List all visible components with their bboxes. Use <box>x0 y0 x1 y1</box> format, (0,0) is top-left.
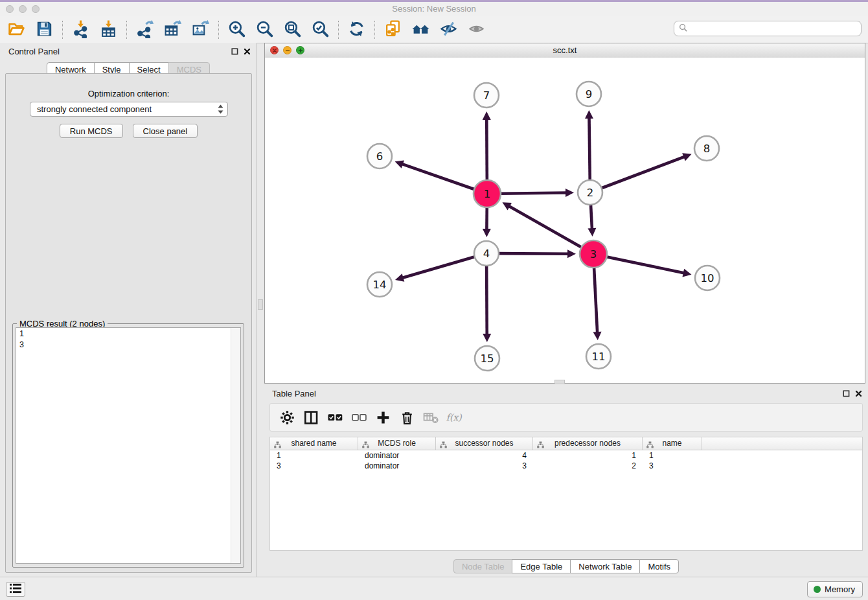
add-icon[interactable] <box>374 408 392 427</box>
node-label-6: 6 <box>376 150 383 163</box>
column-label: MCDS role <box>378 439 416 448</box>
zoom-in-button[interactable] <box>223 19 251 40</box>
table-tab-node-table[interactable]: Node Table <box>453 559 513 573</box>
export-table-icon <box>163 19 182 40</box>
memory-label: Memory <box>825 584 855 594</box>
columns-icon[interactable] <box>302 408 320 427</box>
table-body: 1dominator4113dominator323 <box>270 450 862 471</box>
select-all-icon[interactable] <box>326 408 344 427</box>
edge-arrow-1-2 <box>565 189 574 197</box>
table-row[interactable]: 1dominator411 <box>270 450 862 461</box>
table-panel-tabs: Node TableEdge TableNetwork TableMotifs <box>264 559 868 573</box>
network-canvas[interactable]: 1234678910111415 <box>265 58 865 383</box>
table-cell: 1 <box>533 450 643 461</box>
hide-panel-icon <box>439 19 458 40</box>
edge-1-7[interactable] <box>486 119 487 181</box>
edge-1-2[interactable] <box>499 192 567 193</box>
import-table-button[interactable] <box>95 19 122 40</box>
table-cell: dominator <box>358 450 436 461</box>
criterion-select[interactable]: strongly connected component <box>30 102 228 117</box>
zoom-out-button[interactable] <box>251 19 279 40</box>
node-label-15: 15 <box>481 352 494 365</box>
table-cell: 2 <box>533 461 643 471</box>
edge-4-14[interactable] <box>402 257 476 278</box>
float-table-panel-icon[interactable] <box>843 390 850 397</box>
export-table-button[interactable] <box>159 19 187 40</box>
node-label-8: 8 <box>703 143 711 155</box>
node-label-10: 10 <box>701 272 714 284</box>
table-tab-network-table[interactable]: Network Table <box>570 559 640 573</box>
table-tab-motifs[interactable]: Motifs <box>639 559 679 573</box>
memory-button[interactable]: Memory <box>807 581 863 597</box>
close-panel-icon[interactable] <box>244 48 251 55</box>
column-header[interactable]: shared name <box>270 437 358 450</box>
open-folder-button[interactable] <box>3 19 30 40</box>
search-box[interactable] <box>674 21 862 36</box>
column-label: predecessor nodes <box>554 439 621 448</box>
export-network-button[interactable] <box>131 19 159 40</box>
edge-1-6[interactable] <box>402 164 475 190</box>
edge-3-1[interactable] <box>508 206 582 248</box>
table-cell: 3 <box>643 461 702 471</box>
table-row[interactable]: 3dominator323 <box>270 461 862 471</box>
trash-icon[interactable] <box>398 408 416 427</box>
mcds-result-text[interactable]: 1 3 <box>16 327 241 564</box>
edge-4-3[interactable] <box>497 253 569 254</box>
clone-network-icon <box>383 19 402 40</box>
open-folder-icon <box>7 19 26 40</box>
control-panel: Control Panel NetworkStyleSelectMCDS Opt… <box>0 43 257 577</box>
edge-2-3[interactable] <box>591 203 592 229</box>
network-view-window: scc.txt 1234678910111415 <box>264 43 865 384</box>
horizontal-splitter-handle[interactable] <box>554 380 565 384</box>
column-header[interactable]: name <box>643 437 702 450</box>
mcds-tab-content: Optimization criterion: strongly connect… <box>5 73 252 573</box>
sort-icon <box>362 440 369 452</box>
table-tab-edge-table[interactable]: Edge Table <box>512 559 571 573</box>
window-minimize-button[interactable] <box>19 5 27 13</box>
edge-3-11[interactable] <box>594 266 597 333</box>
hide-panel-button[interactable] <box>435 19 463 40</box>
network-minimize-button[interactable] <box>283 46 291 54</box>
close-panel-button[interactable]: Close panel <box>133 124 198 138</box>
result-scrollbar[interactable] <box>231 328 240 563</box>
unselect-all-icon[interactable] <box>350 408 368 427</box>
zoom-fit-button[interactable] <box>279 19 306 40</box>
close-table-panel-icon[interactable] <box>855 390 862 397</box>
column-header[interactable]: successor nodes <box>436 437 533 450</box>
edge-arrow-3-10 <box>682 269 691 277</box>
table-cell: 1 <box>643 450 702 461</box>
control-panel-title: Control Panel <box>8 47 60 56</box>
mcds-result-group: MCDS result (2 nodes) 1 3 <box>12 323 244 568</box>
task-history-button[interactable] <box>6 582 25 597</box>
zoom-selected-button[interactable] <box>306 19 334 40</box>
eye-disabled-button[interactable] <box>463 19 490 40</box>
edge-2-9[interactable] <box>589 117 589 181</box>
zoom-selected-icon <box>311 19 330 40</box>
search-input[interactable] <box>690 23 861 34</box>
edge-3-10[interactable] <box>606 257 685 273</box>
refresh-button[interactable] <box>343 19 371 40</box>
sort-icon <box>274 440 281 452</box>
window-zoom-button[interactable] <box>32 5 40 13</box>
edge-2-8[interactable] <box>600 157 685 189</box>
vertical-splitter-handle[interactable] <box>258 299 263 310</box>
gear-icon[interactable] <box>278 408 296 427</box>
window-close-button[interactable] <box>6 5 14 13</box>
network-zoom-button[interactable] <box>296 46 304 54</box>
toolbar-separator <box>122 20 131 40</box>
edge-arrow-1-6 <box>395 160 404 168</box>
node-label-7: 7 <box>483 89 490 102</box>
export-image-button[interactable] <box>187 19 214 40</box>
clone-network-button[interactable] <box>379 19 407 40</box>
node-label-2: 2 <box>587 187 594 199</box>
column-header[interactable]: predecessor nodes <box>533 437 643 450</box>
float-panel-icon[interactable] <box>231 48 238 55</box>
save-button[interactable] <box>30 19 58 40</box>
criterion-value: strongly connected component <box>37 104 152 114</box>
edge-4-15[interactable] <box>486 264 487 335</box>
home-network-button[interactable] <box>407 19 435 40</box>
run-mcds-button[interactable]: Run MCDS <box>60 124 123 138</box>
column-header[interactable]: MCDS role <box>358 437 436 450</box>
network-close-button[interactable] <box>270 46 279 54</box>
import-network-button[interactable] <box>67 19 95 40</box>
